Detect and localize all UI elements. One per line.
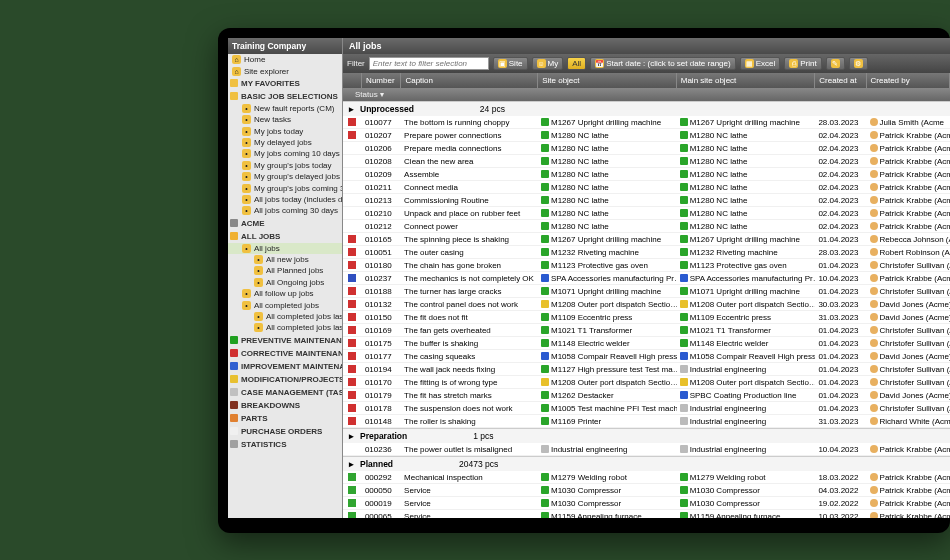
nav-item[interactable]: •All new jobs bbox=[228, 254, 342, 265]
table-row[interactable]: 010170The fitting is of wrong typeM1208 … bbox=[343, 376, 950, 389]
site-button[interactable]: ▣Site bbox=[493, 57, 528, 70]
nav-group[interactable]: STATISTICS bbox=[228, 438, 342, 451]
table-row[interactable]: 010207Prepare power connectionsM1280 NC … bbox=[343, 129, 950, 142]
col-site-object[interactable]: Site object bbox=[538, 73, 677, 88]
tool-button-2[interactable]: ⚙ bbox=[849, 57, 868, 70]
table-row[interactable]: 010210Unpack and place on rubber feetM12… bbox=[343, 207, 950, 220]
nav-item[interactable]: •All completed jobs last 36 bbox=[228, 322, 342, 333]
nav-item[interactable]: •My group's jobs coming 30 d bbox=[228, 182, 342, 193]
table-row[interactable]: 010165The spinning piece is shakingM1267… bbox=[343, 233, 950, 246]
nav-group[interactable]: ACME bbox=[228, 217, 342, 230]
nav-item[interactable]: •My group's jobs today bbox=[228, 160, 342, 171]
cell-site-object: M1021 T1 Transformer bbox=[538, 326, 677, 335]
cell-site-object: M1262 Destacker bbox=[538, 391, 677, 400]
table-row[interactable]: 010150The fit does not fitM1109 Eccentri… bbox=[343, 311, 950, 324]
table-row[interactable]: 000019ServiceM1030 CompressorM1030 Compr… bbox=[343, 497, 950, 510]
table-row[interactable]: 010148The roller is shakingM1169 Printer… bbox=[343, 415, 950, 428]
col-created-at[interactable]: Created at bbox=[815, 73, 866, 88]
table-row[interactable]: 010194The wall jack needs fixingM1127 Hi… bbox=[343, 363, 950, 376]
nav-item[interactable]: •My delayed jobs bbox=[228, 137, 342, 148]
table-row[interactable]: 010237The mechanics is not completely OK… bbox=[343, 272, 950, 285]
nav-item[interactable]: •All completed jobs last 90 bbox=[228, 311, 342, 322]
cell-main-site-object: M1232 Riveting machine bbox=[677, 248, 816, 257]
avatar-icon bbox=[870, 378, 878, 386]
table-row[interactable]: 010178The suspension does not workM1005 … bbox=[343, 402, 950, 415]
col-number[interactable]: Number bbox=[362, 73, 401, 88]
nav-group[interactable]: PARTS bbox=[228, 412, 342, 425]
cell-created-at: 02.04.2023 bbox=[815, 183, 866, 192]
table-row[interactable]: 000050ServiceM1030 CompressorM1030 Compr… bbox=[343, 484, 950, 497]
table-row[interactable]: 010213Commissioning RoutineM1280 NC lath… bbox=[343, 194, 950, 207]
nav-item[interactable]: •All jobs coming 30 days bbox=[228, 205, 342, 216]
nav-group[interactable]: IMPROVEMENT MAINTENA bbox=[228, 360, 342, 373]
nav-home[interactable]: ⌂Home bbox=[228, 54, 342, 65]
group-row[interactable]: ▸Unprocessed24 pcs bbox=[343, 101, 950, 116]
avatar-icon bbox=[870, 235, 878, 243]
nav-item[interactable]: •New tasks bbox=[228, 114, 342, 125]
table-row[interactable]: 010051The outer casingM1232 Riveting mac… bbox=[343, 246, 950, 259]
col-created-by[interactable]: Created by bbox=[867, 73, 950, 88]
table-row[interactable]: 000292Mechanical inspectionM1279 Welding… bbox=[343, 471, 950, 484]
nav-item[interactable]: •New fault reports (CM) bbox=[228, 103, 342, 114]
job-icon: • bbox=[242, 184, 251, 193]
group-row[interactable]: ▸Planned20473 pcs bbox=[343, 456, 950, 471]
cell-number: 010211 bbox=[362, 183, 401, 192]
nav-group[interactable]: CORRECTIVE MAINTENANC bbox=[228, 347, 342, 360]
cell-number: 000050 bbox=[362, 486, 401, 495]
group-color-icon bbox=[230, 92, 238, 100]
table-row[interactable]: 010177The casing squeaksM1058 Compair Re… bbox=[343, 350, 950, 363]
nav-site-explorer[interactable]: ⌂Site explorer bbox=[228, 65, 342, 76]
nav-group[interactable]: BASIC JOB SELECTIONS bbox=[228, 90, 342, 103]
nav-group[interactable]: MODIFICATION/PROJECTS bbox=[228, 373, 342, 386]
job-icon: • bbox=[254, 278, 263, 287]
cell-site-object: M1123 Protective gas oven bbox=[538, 261, 677, 270]
table-row[interactable]: 010169The fan gets overheatedM1021 T1 Tr… bbox=[343, 324, 950, 337]
nav-item[interactable]: •All jobs bbox=[228, 243, 342, 254]
nav-item[interactable]: •All follow up jobs bbox=[228, 288, 342, 299]
cell-caption: Connect media bbox=[401, 183, 538, 192]
col-flag[interactable] bbox=[343, 73, 362, 88]
cell-created-by: David Jones (Acme) bbox=[867, 352, 950, 361]
table-row[interactable]: 010179The fit has stretch marksM1262 Des… bbox=[343, 389, 950, 402]
nav-item[interactable]: •My jobs coming 10 days bbox=[228, 148, 342, 159]
table-row[interactable]: 010211Connect mediaM1280 NC latheM1280 N… bbox=[343, 181, 950, 194]
nav-item[interactable]: •All jobs today (includes dela bbox=[228, 194, 342, 205]
nav-group[interactable]: MY FAVORITES bbox=[228, 77, 342, 90]
col-caption[interactable]: Caption bbox=[401, 73, 538, 88]
nav-group[interactable]: CASE MANAGEMENT (TASKS bbox=[228, 386, 342, 399]
table-row[interactable]: 010206Prepare media connectionsM1280 NC … bbox=[343, 142, 950, 155]
excel-button[interactable]: ▦Excel bbox=[740, 57, 781, 70]
nav-item[interactable]: •All Planned jobs bbox=[228, 265, 342, 276]
nav-group[interactable]: PURCHASE ORDERS bbox=[228, 425, 342, 438]
nav-item[interactable]: •All Ongoing jobs bbox=[228, 277, 342, 288]
cell-created-at: 31.03.2023 bbox=[815, 417, 866, 426]
table-row[interactable]: 010208Clean the new areaM1280 NC latheM1… bbox=[343, 155, 950, 168]
table-row[interactable]: 010077The bottom is running choppyM1267 … bbox=[343, 116, 950, 129]
object-icon bbox=[541, 235, 549, 243]
my-button[interactable]: ☺My bbox=[532, 57, 564, 70]
table-row[interactable]: 010175The buffer is shakingM1148 Electri… bbox=[343, 337, 950, 350]
col-main-site-object[interactable]: Main site object bbox=[677, 73, 816, 88]
table-row[interactable]: 000065ServiceM1159 Annealing furnaceM115… bbox=[343, 510, 950, 518]
tool-icon: ✎ bbox=[831, 59, 840, 68]
print-button[interactable]: ⎙Print bbox=[784, 57, 821, 70]
nav-group[interactable]: BREAKDOWNS bbox=[228, 399, 342, 412]
table-row[interactable]: 010236The power outlet is misalignedIndu… bbox=[343, 443, 950, 456]
table-row[interactable]: 010180The chain has gone brokenM1123 Pro… bbox=[343, 259, 950, 272]
nav-item[interactable]: •My group's delayed jobs bbox=[228, 171, 342, 182]
group-row[interactable]: ▸Preparation1 pcs bbox=[343, 428, 950, 443]
table-row[interactable]: 010188The turner has large cracksM1071 U… bbox=[343, 285, 950, 298]
nav-item[interactable]: •All completed jobs bbox=[228, 299, 342, 310]
date-range-button[interactable]: 📅Start date : (click to set date range) bbox=[590, 57, 736, 70]
status-group-row[interactable]: Status ▾ bbox=[343, 88, 950, 101]
nav-group[interactable]: ALL JOBS bbox=[228, 230, 342, 243]
table-row[interactable]: 010132The control panel does not workM12… bbox=[343, 298, 950, 311]
nav-item[interactable]: •My jobs today bbox=[228, 126, 342, 137]
job-icon: • bbox=[242, 161, 251, 170]
table-row[interactable]: 010212Connect powerM1280 NC latheM1280 N… bbox=[343, 220, 950, 233]
table-row[interactable]: 010209AssembleM1280 NC latheM1280 NC lat… bbox=[343, 168, 950, 181]
filter-input[interactable] bbox=[369, 57, 489, 70]
tool-button-1[interactable]: ✎ bbox=[826, 57, 845, 70]
nav-group[interactable]: PREVENTIVE MAINTENANC bbox=[228, 334, 342, 347]
all-button[interactable]: All bbox=[567, 57, 586, 70]
